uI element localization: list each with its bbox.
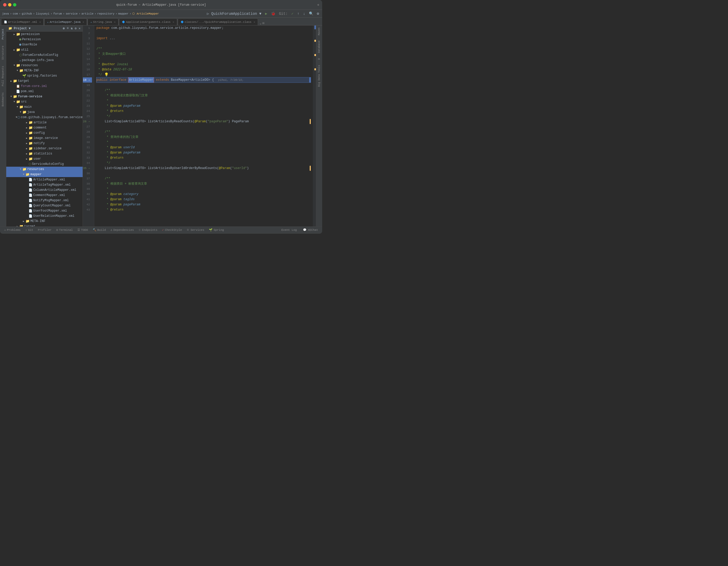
tab-close-icon[interactable]: ✕	[114, 21, 116, 24]
tree-permission[interactable]: ▶ 📁 permission	[6, 32, 83, 37]
tree-package-info[interactable]: ☕ package-info.java	[6, 58, 83, 63]
tab-article-mapper-java[interactable]: ☕ ArticleMapper.java ✕	[44, 18, 87, 25]
tree-notify-mapper[interactable]: 📄 NotifyMsgMapper.xml	[6, 198, 83, 203]
xechat-tab[interactable]: 💬 XEChat	[301, 228, 320, 232]
tree-article-mapper-xml[interactable]: 📄 ArticleMapper.xml	[6, 177, 83, 182]
bc-com[interactable]: com	[13, 12, 18, 15]
tree-statistics[interactable]: ▶ 📁 statistics	[6, 151, 83, 156]
git-check[interactable]: ✓	[290, 11, 294, 16]
spring-tab[interactable]: 🌱 Spring	[207, 228, 226, 232]
bc-java[interactable]: java	[2, 12, 9, 15]
d-tab[interactable]: D	[318, 58, 321, 60]
tree-forumcoreconfig[interactable]: ⬡ ForumCoreAutoConfig	[6, 52, 83, 58]
tree-meta-inf[interactable]: ▼ 📁 META-INF	[6, 68, 83, 73]
tree-package[interactable]: ▼ ⬡ com.github.liuyueyi.forum.service	[6, 115, 83, 120]
dependencies-tab[interactable]: ⚓ Dependencies	[109, 228, 136, 232]
tree-comment[interactable]: ▶ 📁 comment	[6, 125, 83, 130]
todo-tab[interactable]: ☰ TODO	[75, 228, 90, 232]
bc-article[interactable]: article	[82, 12, 94, 15]
bc-repository[interactable]: repository	[97, 12, 114, 15]
tree-notify[interactable]: ▶ 📁 notify	[6, 141, 83, 146]
run-config[interactable]: ▷ QuickForumApplication ▼	[206, 11, 262, 16]
tab-article-mapper-xml[interactable]: 📄 ArticleMapper.xml ✕	[1, 18, 44, 25]
tab-close-icon[interactable]: ✕	[39, 21, 41, 24]
tree-querycount-mapper[interactable]: 📄 QueryCountMapper.xml	[6, 203, 83, 208]
tree-article[interactable]: ▶ 📁 article	[6, 120, 83, 125]
tab-quick-forum-application[interactable]: 🔷 classes/.../QuickForumApplication.clas…	[178, 18, 258, 25]
tree-target-core[interactable]: ▶ 📁 target	[6, 78, 83, 84]
tree-service-autoconfig[interactable]: ⬡ ServiceAutoConfig	[6, 162, 83, 167]
pull-requests-tab[interactable]: Pull Requests	[1, 65, 5, 87]
debug-button[interactable]: 🐞	[270, 11, 276, 16]
tree-forum-core-iml[interactable]: 📋 forum-core.iml	[6, 84, 83, 89]
tree-userrole[interactable]: UserRole	[6, 42, 83, 47]
event-log-tab[interactable]: Event Log	[279, 228, 299, 232]
endpoints-tab[interactable]: ⊹ Endpoints	[136, 228, 159, 232]
bc-mapper[interactable]: mapper	[118, 12, 129, 15]
code-content[interactable]: package com.github.liuyueyi.forum.servic…	[94, 25, 313, 227]
services-tab[interactable]: ⛭ Services	[184, 228, 206, 232]
close-icon[interactable]: ✕	[79, 26, 81, 30]
database-tab[interactable]: Database	[318, 41, 321, 53]
tree-article-tag-mapper[interactable]: 📄 ArticleTagMapper.xml	[6, 182, 83, 188]
bc-class[interactable]: ⬡ ArticleMapper	[132, 12, 159, 15]
tree-userrelation-mapper[interactable]: 📄 UserRelationMapper.xml	[6, 214, 83, 219]
maven-tab[interactable]: Maven	[318, 28, 321, 35]
expand-icon[interactable]: ≡	[67, 26, 69, 30]
minimize-button[interactable]	[8, 3, 11, 6]
bc-forum[interactable]: forum	[53, 12, 62, 15]
problems-tab[interactable]: ⚠ Problems	[2, 228, 23, 232]
maximize-button[interactable]	[13, 3, 16, 6]
tree-comment-mapper[interactable]: 📄 CommentMapper.xml	[6, 193, 83, 198]
traffic-lights[interactable]	[3, 3, 16, 6]
run-button[interactable]: ▶	[264, 11, 268, 16]
tree-userfoot-mapper[interactable]: 📄 UserFootMapper.xml	[6, 208, 83, 214]
tree-column-article-mapper[interactable]: 📄 ColumnArticleMapper.xml	[6, 188, 83, 193]
tree-pom-core[interactable]: 📄 pom.xml	[6, 89, 83, 94]
build-tab[interactable]: 🔨 Build	[91, 228, 108, 232]
git-tab[interactable]: ↕ Git	[23, 228, 35, 232]
big-data-tab[interactable]: Big Data Tools	[318, 65, 321, 87]
project-tab[interactable]: Project	[1, 28, 5, 41]
tree-forum-service[interactable]: ▼ 📁 forum-service	[6, 94, 83, 99]
tab-string-java[interactable]: ☕ String.java ✕	[88, 18, 118, 25]
tree-resources-service[interactable]: ▼ 📁 resources	[6, 167, 83, 172]
bc-service[interactable]: service	[66, 12, 78, 15]
profiler-tab[interactable]: Profiler	[36, 228, 54, 232]
tree-sidebar-service[interactable]: ▶ 📁 sidebar.service	[6, 146, 83, 151]
tree-permission-class[interactable]: Permission	[6, 37, 83, 42]
tree-user[interactable]: ▶ 📁 user	[6, 156, 83, 162]
settings-icon[interactable]: ⚙	[317, 3, 319, 6]
tab-close-icon[interactable]: ✕	[173, 21, 174, 24]
settings-button[interactable]: ⚙	[316, 11, 320, 16]
tree-target-service[interactable]: ▶ 📁 target	[6, 224, 83, 227]
bookmarks-tab[interactable]: Bookmarks	[1, 91, 5, 108]
tree-config[interactable]: ▶ 📁 config	[6, 130, 83, 136]
bc-liuyueyi[interactable]: liuyueyi	[36, 12, 50, 15]
tree-image-service[interactable]: ▶ 📁 image.service	[6, 136, 83, 141]
git-pull[interactable]: ↓	[302, 11, 306, 16]
tree-resources[interactable]: ▼ 📁 resources	[6, 63, 83, 68]
tree-util[interactable]: ▶ 📁 util	[6, 47, 83, 52]
tree-spring-factories[interactable]: 🌱 spring.factories	[6, 73, 83, 78]
split-editor-button[interactable]: ⊟	[262, 21, 264, 25]
tab-application-arguments[interactable]: 🔷 ApplicationArguments.class ✕	[119, 18, 177, 25]
git-push[interactable]: ↑	[296, 11, 300, 16]
search-button[interactable]: 🔍	[308, 11, 314, 16]
close-button[interactable]	[3, 3, 6, 6]
more-tabs-button[interactable]: ⌄	[260, 21, 261, 25]
tree-main[interactable]: ▼ 📁 main	[6, 104, 83, 110]
checkstyle-tab[interactable]: ✓ CheckStyle	[160, 228, 184, 232]
tree-mapper-folder[interactable]: ▼ 📁 mapper	[6, 172, 83, 177]
code-view[interactable]: 1 2 3 11 12 13 14 15 16 17 18 → 19 20 21…	[83, 25, 316, 227]
tree-src[interactable]: ▼ 📁 src	[6, 99, 83, 104]
collapse-icon[interactable]: ⇅	[71, 26, 72, 30]
tree-meta-inf-service[interactable]: ▶ 📁 META-INF	[6, 219, 83, 224]
tab-close-icon[interactable]: ✕	[83, 21, 84, 24]
settings-icon[interactable]: ⚙	[75, 26, 77, 30]
structure-tab[interactable]: Structure	[1, 45, 5, 61]
tab-close-icon[interactable]: ✕	[254, 21, 255, 24]
terminal-tab[interactable]: ⊡ Terminal	[54, 228, 75, 232]
bc-github[interactable]: github	[22, 12, 32, 15]
tree-java[interactable]: ▼ 📁 java	[6, 110, 83, 115]
